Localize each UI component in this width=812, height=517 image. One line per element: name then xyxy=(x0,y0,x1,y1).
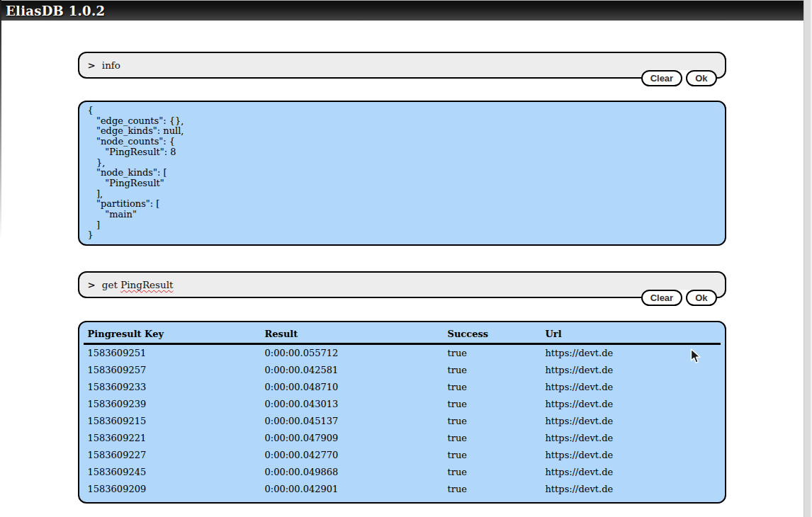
column-header-result: Result xyxy=(261,326,444,344)
ping-table-panel: Pingresult Key Result Success Url 158360… xyxy=(78,321,726,504)
table-cell: 1583609233 xyxy=(84,379,261,396)
column-header-success: Success xyxy=(444,326,541,344)
table-cell: https://devt.de xyxy=(541,344,721,363)
table-cell: true xyxy=(444,430,541,447)
table-cell: 1583609215 xyxy=(84,413,261,430)
ping-result-table: Pingresult Key Result Success Url 158360… xyxy=(84,326,721,498)
clear-button[interactable]: Clear xyxy=(641,70,683,86)
table-cell: https://devt.de xyxy=(541,447,721,464)
content: >info Clear Ok { "edge_counts": {}, "edg… xyxy=(78,52,726,504)
scrollbar-track[interactable] xyxy=(803,0,812,517)
table-cell: true xyxy=(444,344,541,363)
json-output: { "edge_counts": {}, "edge_kinds": null,… xyxy=(88,106,716,241)
query-buttons: Clear Ok xyxy=(641,290,717,306)
query-buttons: Clear Ok xyxy=(641,70,717,86)
table-cell: true xyxy=(444,447,541,464)
table-cell: 1583609221 xyxy=(84,430,261,447)
table-row: 15836092150:00:00.045137truehttps://devt… xyxy=(84,413,721,430)
table-row: 15836092510:00:00.055712truehttps://devt… xyxy=(84,344,721,363)
table-cell: 0:00:00.042770 xyxy=(261,447,444,464)
table-cell: 1583609239 xyxy=(84,396,261,413)
table-cell: https://devt.de xyxy=(541,379,721,396)
table-cell: true xyxy=(444,481,541,498)
page: >info Clear Ok { "edge_counts": {}, "edg… xyxy=(0,52,803,504)
ok-button[interactable]: Ok xyxy=(686,70,716,86)
titlebar: EliasDB 1.0.2 xyxy=(0,0,803,21)
query-text: get xyxy=(102,279,120,290)
table-cell: true xyxy=(444,396,541,413)
table-cell: https://devt.de xyxy=(541,464,721,481)
clear-button[interactable]: Clear xyxy=(641,290,683,306)
table-cell: 0:00:00.048710 xyxy=(261,379,444,396)
table-cell: 1583609251 xyxy=(84,344,261,363)
info-result-panel: { "edge_counts": {}, "edge_kinds": null,… xyxy=(78,101,726,246)
terminal-query-input-1[interactable]: >info Clear Ok xyxy=(78,52,726,79)
table-cell: true xyxy=(444,362,541,379)
table-cell: https://devt.de xyxy=(541,362,721,379)
table-cell: 1583609209 xyxy=(84,481,261,498)
table-header-row: Pingresult Key Result Success Url xyxy=(84,326,721,344)
terminal-query-input-2[interactable]: >get PingResult Clear Ok xyxy=(78,271,726,298)
table-cell: 1583609227 xyxy=(84,447,261,464)
query-text: info xyxy=(102,59,120,71)
table-row: 15836092270:00:00.042770truehttps://devt… xyxy=(84,447,721,464)
table-cell: 0:00:00.042581 xyxy=(261,362,444,379)
table-cell: 0:00:00.045137 xyxy=(261,413,444,430)
table-cell: true xyxy=(444,379,541,396)
table-cell: 0:00:00.047909 xyxy=(261,430,444,447)
query-text-misspelled: PingResult xyxy=(120,279,173,290)
table-row: 15836092450:00:00.049868truehttps://devt… xyxy=(84,464,721,481)
table-cell: true xyxy=(444,464,541,481)
ping-table-body: 15836092510:00:00.055712truehttps://devt… xyxy=(84,344,721,499)
table-cell: 0:00:00.043013 xyxy=(261,396,444,413)
table-row: 15836092090:00:00.042901truehttps://devt… xyxy=(84,481,721,498)
table-cell: 1583609257 xyxy=(84,362,261,379)
table-cell: https://devt.de xyxy=(541,481,721,498)
table-cell: https://devt.de xyxy=(541,413,721,430)
table-cell: https://devt.de xyxy=(541,396,721,413)
table-cell: 0:00:00.055712 xyxy=(261,344,444,363)
table-cell: https://devt.de xyxy=(541,430,721,447)
table-cell: 1583609245 xyxy=(84,464,261,481)
page-title: EliasDB 1.0.2 xyxy=(6,4,105,18)
table-row: 15836092570:00:00.042581truehttps://devt… xyxy=(84,362,721,379)
table-row: 15836092330:00:00.048710truehttps://devt… xyxy=(84,379,721,396)
prompt-symbol: > xyxy=(88,59,96,71)
window-left-edge xyxy=(0,0,1,241)
column-header-url: Url xyxy=(541,326,721,344)
ok-button[interactable]: Ok xyxy=(686,290,716,306)
table-cell: 0:00:00.042901 xyxy=(261,481,444,498)
table-row: 15836092390:00:00.043013truehttps://devt… xyxy=(84,396,721,413)
table-cell: true xyxy=(444,413,541,430)
table-row: 15836092210:00:00.047909truehttps://devt… xyxy=(84,430,721,447)
table-cell: 0:00:00.049868 xyxy=(261,464,444,481)
prompt-symbol: > xyxy=(88,279,96,290)
column-header-key: Pingresult Key xyxy=(84,326,261,344)
